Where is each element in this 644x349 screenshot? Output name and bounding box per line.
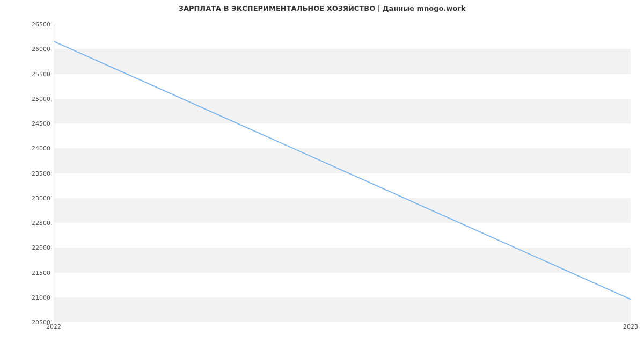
x-axis-ticks: 20222023 xyxy=(54,323,631,334)
y-tick-label: 21000 xyxy=(0,294,50,301)
y-tick-label: 23000 xyxy=(0,194,50,201)
y-tick-label: 23500 xyxy=(0,170,50,177)
y-tick-label: 22000 xyxy=(0,244,50,251)
y-tick-label: 25500 xyxy=(0,70,50,77)
y-tick-label: 21500 xyxy=(0,269,50,276)
y-tick-label: 24000 xyxy=(0,145,50,152)
y-tick-label: 26000 xyxy=(0,46,50,53)
y-tick-label: 25000 xyxy=(0,95,50,102)
y-tick-label: 26500 xyxy=(0,21,50,28)
y-tick-label: 24500 xyxy=(0,120,50,127)
plot-area xyxy=(54,24,631,322)
chart-container: ЗАРПЛАТА В ЭКСПЕРИМЕНТАЛЬНОЕ ХОЗЯЙСТВО |… xyxy=(0,0,644,349)
x-tick-label: 2022 xyxy=(46,323,61,330)
x-tick-label: 2023 xyxy=(623,323,638,330)
y-tick-label: 22500 xyxy=(0,220,50,227)
line-layer xyxy=(54,24,631,322)
y-axis-ticks: 2050021000215002200022500230002350024000… xyxy=(0,24,50,322)
y-tick-label: 20500 xyxy=(0,319,50,326)
series-line xyxy=(54,41,631,299)
chart-title: ЗАРПЛАТА В ЭКСПЕРИМЕНТАЛЬНОЕ ХОЗЯЙСТВО |… xyxy=(0,4,644,12)
